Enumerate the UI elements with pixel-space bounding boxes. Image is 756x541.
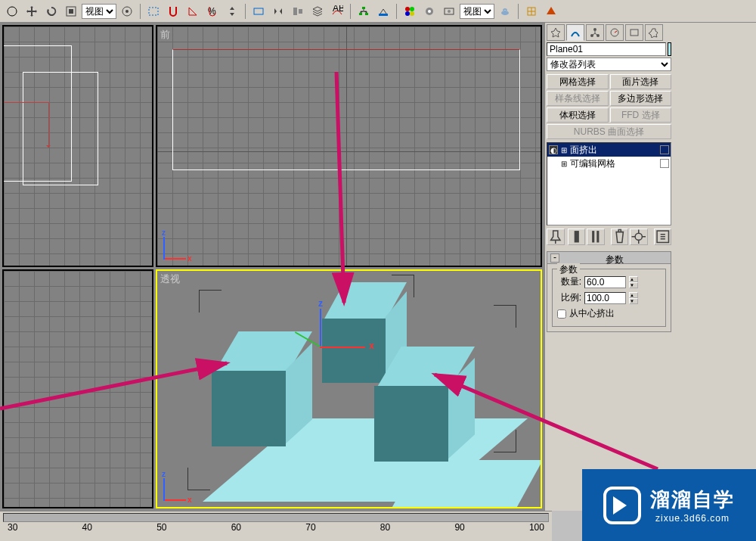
tab-hierarchy[interactable] xyxy=(586,24,604,41)
input-amount[interactable] xyxy=(584,276,626,288)
btn-vol-select[interactable]: 体积选择 xyxy=(547,107,609,123)
svg-rect-31 xyxy=(592,231,594,242)
viewport-front[interactable]: 前 x z xyxy=(156,25,542,267)
svg-rect-5 xyxy=(149,8,158,15)
ruler-tick: 40 xyxy=(82,522,92,533)
ruler-tick: 90 xyxy=(454,522,464,533)
svg-rect-13 xyxy=(365,13,368,15)
checkbox-center-extrude[interactable]: 从中心挤出 xyxy=(557,307,661,320)
curve-editor-icon[interactable]: ABC xyxy=(328,2,346,20)
move-tool[interactable] xyxy=(23,2,41,20)
svg-rect-9 xyxy=(299,9,302,14)
btn-spline-select: 样条线选择 xyxy=(547,91,609,106)
angle-snap[interactable] xyxy=(184,2,202,20)
render-frame-icon[interactable] xyxy=(440,2,458,20)
svg-point-16 xyxy=(410,7,414,11)
viewport-persp-label: 透视 xyxy=(160,272,180,286)
btn-patch-select[interactable]: 面片选择 xyxy=(610,74,672,89)
ruler-tick: 80 xyxy=(380,522,390,533)
svg-rect-11 xyxy=(362,7,365,9)
render-type-dropdown[interactable]: 视图 xyxy=(460,4,494,19)
svg-rect-2 xyxy=(69,9,73,14)
percent-snap[interactable]: % xyxy=(203,2,222,20)
scale-tool[interactable] xyxy=(62,2,80,20)
input-scale[interactable] xyxy=(584,292,626,304)
modifier-stack-item[interactable]: ◐ ⊞ 面挤出 xyxy=(547,143,671,157)
viewport-front-label: 前 xyxy=(160,28,170,42)
spinner-amount[interactable]: ▲▼ xyxy=(629,276,638,288)
ref-coord-dropdown[interactable]: 视图 xyxy=(82,4,116,19)
tab-motion[interactable] xyxy=(606,24,624,41)
label-amount: 数量: xyxy=(557,275,581,288)
svg-rect-30 xyxy=(574,231,578,242)
svg-point-20 xyxy=(428,10,431,13)
rollout-params-header[interactable]: 参数 xyxy=(547,252,671,264)
select-tool[interactable] xyxy=(3,2,21,20)
spinner-scale[interactable]: ▲▼ xyxy=(629,292,638,304)
slider-strip xyxy=(673,23,756,511)
modifier-list-dropdown[interactable]: 修改器列表 xyxy=(547,58,671,71)
show-result-icon[interactable] xyxy=(568,229,586,245)
viewport-top-left[interactable] xyxy=(2,25,153,267)
command-panel: 修改器列表 网格选择 面片选择 样条线选择 多边形选择 体积选择 FFD 选择 … xyxy=(544,23,673,511)
quick-render-icon[interactable] xyxy=(496,2,514,20)
schematic-icon[interactable] xyxy=(355,2,373,20)
modifier-stack-item[interactable]: ⊞ 可编辑网格 xyxy=(547,157,671,170)
make-unique-icon[interactable] xyxy=(587,229,605,245)
tab-create[interactable] xyxy=(547,24,565,41)
svg-rect-7 xyxy=(254,8,263,14)
btn-mesh-select[interactable]: 网格选择 xyxy=(547,74,609,89)
layers-tool[interactable] xyxy=(308,2,327,20)
spinner-snap[interactable] xyxy=(223,2,241,20)
perspective-scene xyxy=(157,271,541,507)
pivot-tool[interactable] xyxy=(118,2,136,20)
select-region-tool[interactable] xyxy=(144,2,163,20)
ruler-tick: 50 xyxy=(156,522,166,533)
svg-point-17 xyxy=(405,11,410,16)
ruler-tick: 70 xyxy=(305,522,315,533)
svg-point-25 xyxy=(593,28,596,31)
render-setup-icon[interactable] xyxy=(420,2,438,20)
utility1-icon[interactable] xyxy=(522,2,541,20)
main-toolbar: 视图 % ABC 视图 xyxy=(0,0,756,23)
object-color-swatch[interactable] xyxy=(668,42,671,56)
svg-point-15 xyxy=(405,7,410,11)
named-sel-icon[interactable] xyxy=(249,2,268,20)
ruler-tick: 30 xyxy=(8,522,17,533)
rollout-params: 参数 参数 数量: ▲▼ 比例: ▲▼ xyxy=(547,251,671,332)
viewport-perspective[interactable]: 透视 xyxy=(156,269,542,508)
viewport-bottom-left[interactable] xyxy=(2,269,153,508)
watermark: 溜溜自学 zixue.3d66.com xyxy=(582,469,756,541)
rotate-tool[interactable] xyxy=(42,2,60,20)
align-tool[interactable] xyxy=(289,2,307,20)
svg-point-23 xyxy=(501,11,509,15)
svg-rect-12 xyxy=(359,13,362,15)
object-name-field[interactable] xyxy=(547,42,666,56)
time-tool[interactable] xyxy=(374,2,392,20)
mat-editor-icon[interactable] xyxy=(401,2,419,20)
svg-point-18 xyxy=(410,11,414,16)
tab-modify[interactable] xyxy=(566,24,584,41)
svg-point-33 xyxy=(635,233,642,240)
svg-text:ABC: ABC xyxy=(333,5,343,14)
pin-stack-icon[interactable] xyxy=(547,229,565,245)
svg-point-22 xyxy=(448,10,451,13)
label-scale: 比例: xyxy=(557,291,581,304)
snap-toggle[interactable] xyxy=(164,2,182,20)
tab-utilities[interactable] xyxy=(645,24,663,41)
viewports-grid: 前 x z 透视 xyxy=(0,23,544,511)
tab-display[interactable] xyxy=(625,24,643,41)
btn-poly-select[interactable]: 多边形选择 xyxy=(610,91,672,106)
stack-options-icon[interactable] xyxy=(654,229,672,245)
btn-nurbs-select: NURBS 曲面选择 xyxy=(547,124,671,139)
svg-rect-32 xyxy=(596,231,599,242)
remove-mod-icon[interactable] xyxy=(611,229,629,245)
ruler-tick: 100 xyxy=(529,522,544,533)
utility2-icon[interactable] xyxy=(542,2,560,20)
configure-icon[interactable] xyxy=(630,229,648,245)
btn-ffd-select: FFD 选择 xyxy=(610,107,672,123)
time-ruler[interactable]: 30405060708090100 xyxy=(0,511,552,541)
svg-rect-14 xyxy=(379,14,388,16)
mirror-tool[interactable] xyxy=(269,2,287,20)
modifier-stack[interactable]: ◐ ⊞ 面挤出 ⊞ 可编辑网格 xyxy=(547,142,671,225)
